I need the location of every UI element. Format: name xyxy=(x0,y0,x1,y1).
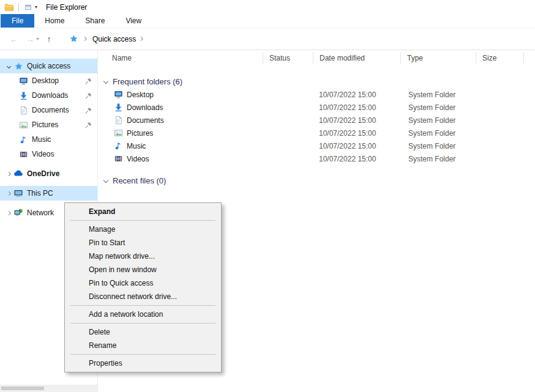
column-header-status[interactable]: Status xyxy=(263,52,313,64)
pc-icon xyxy=(13,188,23,198)
sidebar-item-videos[interactable]: Videos xyxy=(0,147,97,161)
history-dropdown-icon[interactable]: ▼ xyxy=(36,37,40,41)
table-row[interactable]: Desktop 10/07/2022 15:00 System Folder xyxy=(98,88,535,101)
sidebar-item-pictures[interactable]: Pictures xyxy=(0,117,97,132)
document-icon xyxy=(113,116,123,125)
sidebar-item-label: Desktop xyxy=(32,76,59,85)
file-date-modified: 10/07/2022 15:00 xyxy=(313,155,401,163)
menu-item-add-network-location[interactable]: Add a network location xyxy=(65,308,221,321)
file-name: Pictures xyxy=(127,129,153,138)
pin-icon xyxy=(84,121,92,129)
sidebar-item-desktop[interactable]: Desktop xyxy=(0,73,97,88)
video-icon xyxy=(113,154,123,164)
sidebar-item-quick-access[interactable]: Quick access xyxy=(0,59,97,73)
file-type: System Folder xyxy=(401,103,476,112)
menu-item-delete[interactable]: Delete xyxy=(65,325,221,339)
up-button[interactable]: ↑ xyxy=(41,32,57,46)
expand-chevron-icon[interactable] xyxy=(4,192,13,195)
sidebar-item-label: Documents xyxy=(32,106,69,114)
collapse-chevron-icon[interactable] xyxy=(103,79,108,84)
pin-icon xyxy=(84,92,92,100)
menu-item-properties[interactable]: Properties xyxy=(65,357,221,370)
group-header-recent-files[interactable]: Recent files (0) xyxy=(98,174,535,187)
table-row[interactable]: Music 10/07/2022 15:00 System Folder xyxy=(98,139,535,152)
breadcrumb-chevron-icon[interactable] xyxy=(83,37,87,41)
file-date-modified: 10/07/2022 15:00 xyxy=(313,142,401,150)
sidebar-item-downloads[interactable]: Downloads xyxy=(0,88,97,103)
table-row[interactable]: Videos 10/07/2022 15:00 System Folder xyxy=(98,152,535,165)
tab-file[interactable]: File xyxy=(1,14,34,28)
file-type: System Folder xyxy=(401,129,476,138)
sidebar-item-label: Pictures xyxy=(32,120,58,129)
music-icon xyxy=(18,135,28,144)
breadcrumb-location[interactable]: Quick access xyxy=(92,35,136,43)
column-header-date-modified[interactable]: Date modified xyxy=(313,52,401,64)
group-header-label: Recent files (0) xyxy=(113,176,166,185)
file-date-modified: 10/07/2022 15:00 xyxy=(313,129,401,138)
table-row[interactable]: Pictures 10/07/2022 15:00 System Folder xyxy=(98,127,535,139)
menu-separator xyxy=(70,323,215,324)
tab-share[interactable]: Share xyxy=(75,14,115,28)
file-date-modified: 10/07/2022 15:00 xyxy=(313,116,401,125)
sidebar-item-label: Quick access xyxy=(27,62,70,70)
file-date-modified: 10/07/2022 15:00 xyxy=(313,103,401,112)
download-icon xyxy=(18,91,28,100)
expand-chevron-icon[interactable] xyxy=(4,65,13,68)
quick-access-toolbar-button[interactable] xyxy=(23,2,34,13)
star-icon xyxy=(13,61,23,71)
breadcrumb[interactable]: Quick access xyxy=(65,31,535,47)
file-type: System Folder xyxy=(401,116,476,125)
pin-icon xyxy=(84,77,92,85)
sidebar-item-onedrive[interactable]: OneDrive xyxy=(0,166,97,181)
picture-icon xyxy=(18,120,28,130)
table-row[interactable]: Documents 10/07/2022 15:00 System Folder xyxy=(98,114,535,127)
menu-item-disconnect-network-drive[interactable]: Disconnect network drive... xyxy=(65,290,221,303)
qat-dropdown-icon[interactable]: ▾ xyxy=(35,4,37,10)
file-name: Desktop xyxy=(127,91,154,99)
sidebar-item-label: OneDrive xyxy=(27,169,59,178)
expand-chevron-icon[interactable] xyxy=(4,212,13,215)
menu-item-map-network-drive[interactable]: Map network drive... xyxy=(65,250,221,263)
menu-item-pin-to-quick-access[interactable]: Pin to Quick access xyxy=(65,276,221,290)
sidebar-item-label: Downloads xyxy=(32,91,68,100)
file-type: System Folder xyxy=(401,142,476,150)
menu-item-rename[interactable]: Rename xyxy=(65,339,221,352)
window-title: File Explorer xyxy=(46,3,87,12)
ribbon-tabs: File Home Share View xyxy=(0,14,535,28)
video-icon xyxy=(18,149,28,159)
file-type: System Folder xyxy=(401,155,476,163)
menu-item-pin-to-start[interactable]: Pin to Start xyxy=(65,236,221,250)
file-date-modified: 10/07/2022 15:00 xyxy=(313,91,401,99)
titlebar-divider xyxy=(18,3,19,12)
title-bar: ▾ File Explorer xyxy=(0,0,535,14)
breadcrumb-chevron-icon[interactable] xyxy=(139,37,143,41)
group-header-frequent-folders[interactable]: Frequent folders (6) xyxy=(98,75,535,88)
sidebar-item-music[interactable]: Music xyxy=(0,132,97,147)
menu-separator xyxy=(70,220,215,221)
document-icon xyxy=(18,105,28,115)
network-icon xyxy=(13,208,23,218)
sidebar-item-label: This PC xyxy=(27,189,53,198)
collapse-chevron-icon[interactable] xyxy=(103,178,108,183)
table-row[interactable]: Downloads 10/07/2022 15:00 System Folder xyxy=(98,101,535,114)
menu-item-manage[interactable]: Manage xyxy=(65,223,221,236)
sidebar-item-label: Network xyxy=(27,209,54,217)
column-header-name[interactable]: Name xyxy=(98,52,263,64)
back-button[interactable]: ← xyxy=(6,32,22,46)
tab-view[interactable]: View xyxy=(115,14,152,28)
sidebar-item-this-pc[interactable]: This PC xyxy=(0,186,97,201)
menu-item-open-in-new-window[interactable]: Open in new window xyxy=(65,263,221,276)
sidebar-item-label: Videos xyxy=(32,150,54,158)
menu-separator xyxy=(70,305,215,306)
tab-home[interactable]: Home xyxy=(34,14,75,28)
sidebar-item-label: Music xyxy=(32,135,51,144)
column-header-type[interactable]: Type xyxy=(401,52,476,64)
sidebar-horizontal-scrollbar[interactable] xyxy=(0,385,97,392)
address-bar: ← → ▼ ↑ Quick access xyxy=(0,28,535,50)
file-name: Documents xyxy=(127,116,164,125)
menu-item-expand[interactable]: Expand xyxy=(65,205,221,218)
expand-chevron-icon[interactable] xyxy=(4,172,13,176)
column-header-size[interactable]: Size xyxy=(476,52,524,64)
sidebar-item-documents[interactable]: Documents xyxy=(0,103,97,117)
group-header-label: Frequent folders (6) xyxy=(113,77,182,86)
